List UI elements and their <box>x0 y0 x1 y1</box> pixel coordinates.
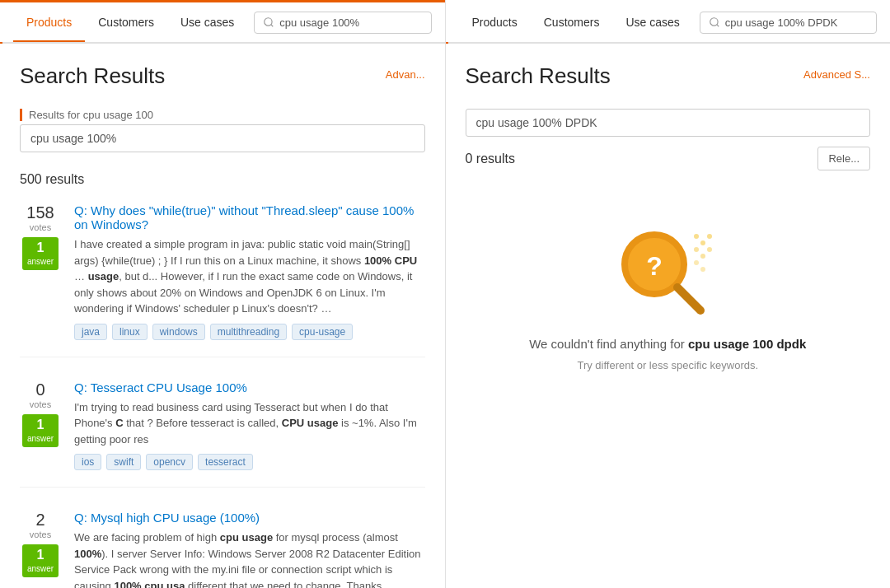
advanced-search-link-left[interactable]: Advan... <box>386 68 425 81</box>
search-input-right[interactable] <box>725 16 868 29</box>
search-input-left[interactable] <box>279 16 422 29</box>
result-title-1[interactable]: Q: Why does "while(true)" without "Threa… <box>74 203 425 231</box>
svg-point-8 <box>700 254 705 259</box>
tag-java[interactable]: java <box>74 324 107 340</box>
result-item-3: 2 votes 1 answer Q: Mysql high CPU usage… <box>20 511 425 588</box>
vote-count-3: 2 <box>35 511 44 530</box>
advanced-search-link-right[interactable]: Advanced S... <box>803 68 870 81</box>
svg-point-6 <box>707 234 712 239</box>
svg-point-4 <box>694 234 699 239</box>
tab-usecases-right[interactable]: Use cases <box>612 4 692 42</box>
svg-point-7 <box>694 247 699 252</box>
badge-label-3: answer <box>27 564 54 573</box>
vote-col-3: 2 votes 1 answer <box>20 511 61 588</box>
tab-usecases-left[interactable]: Use cases <box>167 4 247 42</box>
badge-label-1: answer <box>27 257 54 266</box>
tag-linux[interactable]: linux <box>112 324 148 340</box>
no-results-illustration: ? We couldn't find anything for cpu usag… <box>466 195 871 404</box>
tab-customers-right[interactable]: Customers <box>531 4 613 42</box>
answer-badge-3: 1 answer <box>22 544 59 577</box>
tab-products-right[interactable]: Products <box>459 4 531 42</box>
right-search-box[interactable] <box>700 12 877 34</box>
badge-count-3: 1 <box>27 548 54 562</box>
left-results-info: Results for cpu usage 100 <box>20 109 425 121</box>
no-results-text: We couldn't find anything for cpu usage … <box>529 335 806 354</box>
tags-1: java linux windows multithreading cpu-us… <box>74 324 425 340</box>
vote-label-2: votes <box>30 399 51 409</box>
no-results-magnifier-svg: ? <box>618 228 717 319</box>
search-icon-right <box>709 16 720 28</box>
tags-2: ios swift opencv tesseract <box>74 454 425 470</box>
relevance-button[interactable]: Rele... <box>817 147 870 170</box>
svg-text:?: ? <box>646 251 663 281</box>
result-excerpt-1: I have created a simple program in java:… <box>74 236 425 317</box>
badge-count-2: 1 <box>27 418 54 432</box>
svg-point-10 <box>694 260 699 265</box>
left-title-row: Search Results Advan... <box>20 63 425 96</box>
svg-point-2 <box>710 18 718 26</box>
tab-products-left[interactable]: Products <box>13 4 85 42</box>
tag-tesseract[interactable]: tesseract <box>198 454 253 470</box>
vote-label-3: votes <box>30 530 51 539</box>
result-title-2[interactable]: Q: Tesseract CPU Usage 100% <box>74 380 425 394</box>
result-title-3[interactable]: Q: Mysql high CPU usage (100%) <box>74 511 425 525</box>
svg-line-3 <box>717 25 719 27</box>
tag-cpu-usage[interactable]: cpu-usage <box>292 324 353 340</box>
left-search-box[interactable] <box>254 12 431 34</box>
tag-multithreading[interactable]: multithreading <box>210 324 287 340</box>
answer-badge-1: 1 answer <box>22 237 59 270</box>
vote-col-1: 158 votes 1 answer <box>20 203 61 340</box>
vote-col-2: 0 votes 1 answer <box>20 380 61 471</box>
right-panel: Products Customers Use cases Search Resu… <box>446 0 891 588</box>
left-tab-bar: Products Customers Use cases <box>0 2 445 44</box>
right-page-title: Search Results <box>466 63 611 89</box>
svg-point-9 <box>707 247 712 252</box>
tag-windows[interactable]: windows <box>152 324 205 340</box>
zero-results-count: 0 results <box>466 152 515 166</box>
vote-count-1: 158 <box>26 203 54 222</box>
badge-label-2: answer <box>27 434 54 443</box>
svg-line-1 <box>271 25 274 27</box>
left-results-count: 500 results <box>20 172 425 187</box>
zero-count-row: 0 results Rele... <box>466 147 871 170</box>
result-excerpt-2: I'm trying to read business card using T… <box>74 399 425 448</box>
svg-line-14 <box>677 287 700 310</box>
search-icon-left <box>263 16 274 28</box>
right-tab-bar: Products Customers Use cases <box>446 2 891 44</box>
left-content: Search Results Advan... Results for cpu … <box>0 44 445 588</box>
result-body-1: Q: Why does "while(true)" without "Threa… <box>74 203 425 340</box>
vote-label-1: votes <box>30 222 51 232</box>
content-search-input-left[interactable] <box>20 124 425 152</box>
left-page-title: Search Results <box>20 63 165 89</box>
svg-point-0 <box>265 18 272 26</box>
badge-count-1: 1 <box>27 240 54 255</box>
tag-swift[interactable]: swift <box>106 454 141 470</box>
tag-opencv[interactable]: opencv <box>146 454 193 470</box>
tab-customers-left[interactable]: Customers <box>85 4 167 42</box>
content-search-input-right[interactable] <box>466 109 871 137</box>
result-item-1: 158 votes 1 answer Q: Why does "while(tr… <box>20 203 425 357</box>
right-content: Search Results Advanced S... 0 results R… <box>446 44 891 588</box>
right-title-row: Search Results Advanced S... <box>466 63 871 96</box>
no-results-query: cpu usage 100 dpdk <box>688 337 806 351</box>
result-item-2: 0 votes 1 answer Q: Tesseract CPU Usage … <box>20 380 425 488</box>
vote-count-2: 0 <box>35 380 44 399</box>
tag-ios[interactable]: ios <box>74 454 101 470</box>
left-panel: Products Customers Use cases Search Resu… <box>0 0 446 588</box>
result-excerpt-3: We are facing problem of high cpu usage … <box>74 530 425 588</box>
no-results-subtext: Try different or less specific keywords. <box>577 359 758 371</box>
svg-point-11 <box>700 267 705 272</box>
answer-badge-2: 1 answer <box>22 414 59 447</box>
result-body-3: Q: Mysql high CPU usage (100%) We are fa… <box>74 511 425 588</box>
result-body-2: Q: Tesseract CPU Usage 100% I'm trying t… <box>74 380 425 471</box>
svg-point-5 <box>700 240 705 245</box>
